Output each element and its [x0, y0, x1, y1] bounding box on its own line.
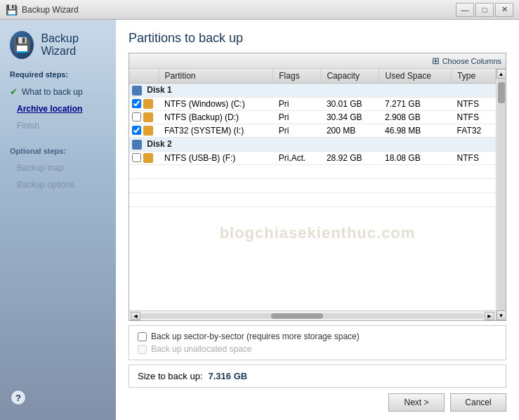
row2-checkbox[interactable]: [132, 112, 141, 122]
col-checkbox: [129, 69, 159, 84]
size-value: 7.316 GB: [209, 371, 248, 381]
scroll-up-button[interactable]: ▲: [497, 69, 506, 79]
sector-by-sector-row: Back up sector-by-sector (requires more …: [138, 330, 497, 343]
watermark-container: blogchiasekienthuc.com ⊞ Choose Columns: [129, 53, 506, 413]
minimize-button[interactable]: —: [456, 3, 474, 17]
row1-flags: Pri: [273, 97, 321, 110]
vscroll-thumb[interactable]: [498, 82, 505, 103]
disk2-row1-name: NTFS (USB-B) (F:): [159, 151, 273, 164]
disk2-row1-checkbox-cell[interactable]: [129, 151, 159, 164]
sector-by-sector-checkbox[interactable]: [138, 332, 147, 341]
choose-columns-button[interactable]: ⊞ Choose Columns: [432, 55, 501, 66]
empty-row: [129, 164, 496, 178]
col-capacity: Capacity: [321, 69, 379, 84]
scroll-track[interactable]: [140, 313, 485, 319]
options-area: Back up sector-by-sector (requires more …: [129, 325, 506, 360]
backup-options-label: Backup options: [17, 180, 74, 190]
table-row: NTFS (USB-B) (F:) Pri,Act. 28.92 GB 18.0…: [129, 151, 496, 164]
wizard-title: Backup Wizard: [41, 32, 106, 58]
sector-by-sector-label: Back up sector-by-sector (requires more …: [151, 332, 360, 341]
next-button[interactable]: Next >: [388, 393, 445, 412]
table-header-row: Partition Flags Capacity Used Space Type: [129, 69, 496, 84]
check-icon: ✔: [10, 86, 18, 97]
row3-capacity: 200 MB: [321, 124, 379, 137]
table-row: NTFS (Windows) (C:) Pri 30.01 GB 7.271 G…: [129, 97, 496, 110]
disk2-header: Disk 2: [129, 137, 496, 151]
disk2-row1-icon: [143, 153, 153, 163]
row1-used: 7.271 GB: [379, 97, 452, 110]
row1-checkbox-cell[interactable]: [129, 97, 159, 110]
scroll-left-button[interactable]: ◄: [131, 312, 140, 320]
disk2-icon: [132, 140, 142, 150]
backup-map-label: Backup map: [17, 163, 64, 173]
row1-type: NTFS: [452, 97, 496, 110]
wizard-icon: 💾: [10, 31, 34, 59]
table-scroll-area: Partition Flags Capacity Used Space Type: [129, 69, 496, 320]
disk2-row1-checkbox[interactable]: [132, 153, 141, 162]
col-used-space: Used Space: [379, 69, 452, 84]
vscroll-track[interactable]: [497, 79, 506, 310]
scroll-thumb[interactable]: [271, 313, 323, 319]
title-bar-left: 💾 Backup Wizard: [6, 4, 79, 15]
row1-capacity: 30.01 GB: [321, 97, 379, 110]
disk2-row1-flags: Pri,Act.: [273, 151, 321, 164]
disk2-row1-capacity: 28.92 GB: [321, 151, 379, 164]
disk2-row1-type: NTFS: [452, 151, 496, 164]
cancel-button[interactable]: Cancel: [450, 393, 506, 412]
row2-partition-icon: [143, 112, 153, 122]
title-bar: 💾 Backup Wizard — □ ✕: [0, 0, 519, 20]
unallocated-space-checkbox: [138, 345, 147, 354]
row2-type: NTFS: [452, 110, 496, 124]
row2-name: NTFS (Backup) (D:): [159, 110, 273, 124]
disk2-label: Disk 2: [147, 139, 171, 149]
scroll-right-button[interactable]: ►: [485, 312, 494, 320]
sidebar: 💾 Backup Wizard Required steps: ✔ What t…: [0, 20, 116, 420]
row2-checkbox-cell[interactable]: [129, 110, 159, 124]
close-button[interactable]: ✕: [495, 3, 513, 17]
maximize-button[interactable]: □: [475, 3, 494, 17]
row2-flags: Pri: [273, 110, 321, 124]
row2-capacity: 30.34 GB: [321, 110, 379, 124]
sidebar-item-backup-options: Backup options: [0, 176, 116, 193]
row3-type: FAT32: [452, 124, 496, 137]
content-area: Partitions to back up blogchiasekienthuc…: [116, 20, 519, 420]
size-area: Size to back up: 7.316 GB: [129, 365, 506, 388]
row1-checkbox[interactable]: [132, 99, 141, 108]
size-label: Size to back up:: [138, 371, 203, 381]
help-button[interactable]: ?: [10, 389, 27, 406]
empty-row: [129, 178, 496, 192]
empty-row: [129, 192, 496, 206]
scroll-down-button[interactable]: ▼: [497, 310, 506, 320]
col-flags: Flags: [273, 69, 321, 84]
col-partition: Partition: [159, 69, 273, 84]
title-bar-title: Backup Wizard: [22, 5, 79, 15]
partitions-table-container: ⊞ Choose Columns Partition: [129, 53, 506, 321]
table-body: Partition Flags Capacity Used Space Type: [129, 69, 506, 320]
row1-partition-icon: [143, 99, 153, 109]
disk1-label: Disk 1: [147, 85, 171, 95]
required-steps-label: Required steps:: [0, 66, 116, 83]
sidebar-item-archive-location[interactable]: Archive location: [0, 100, 116, 117]
row3-checkbox[interactable]: [132, 126, 141, 135]
unallocated-space-row: Back up unallocated space: [138, 343, 497, 355]
table-row: NTFS (Backup) (D:) Pri 30.34 GB 2.908 GB…: [129, 110, 496, 124]
row3-flags: Pri: [273, 124, 321, 137]
vertical-scrollbar[interactable]: ▲ ▼: [496, 69, 506, 320]
row3-name: FAT32 (SYSTEM) (I:): [159, 124, 273, 137]
row3-checkbox-cell[interactable]: [129, 124, 159, 137]
main-container: 💾 Backup Wizard Required steps: ✔ What t…: [0, 20, 519, 420]
choose-columns-label: Choose Columns: [442, 57, 501, 65]
sidebar-what-label: What to back up: [22, 87, 83, 97]
row3-partition-icon: [143, 126, 153, 136]
row3-used: 46.98 MB: [379, 124, 452, 137]
columns-icon: ⊞: [432, 55, 440, 66]
sidebar-item-finish: Finish: [0, 117, 116, 134]
finish-label: Finish: [17, 121, 39, 131]
footer: Next > Cancel: [129, 388, 506, 413]
partition-table[interactable]: Partition Flags Capacity Used Space Type: [129, 69, 496, 310]
disk1-header: Disk 1: [129, 84, 496, 98]
sidebar-item-what-to-back-up[interactable]: ✔ What to back up: [0, 83, 116, 100]
sidebar-footer: ?: [0, 383, 116, 412]
table-row: FAT32 (SYSTEM) (I:) Pri 200 MB 46.98 MB …: [129, 124, 496, 137]
horizontal-scrollbar[interactable]: ◄ ►: [129, 310, 496, 320]
